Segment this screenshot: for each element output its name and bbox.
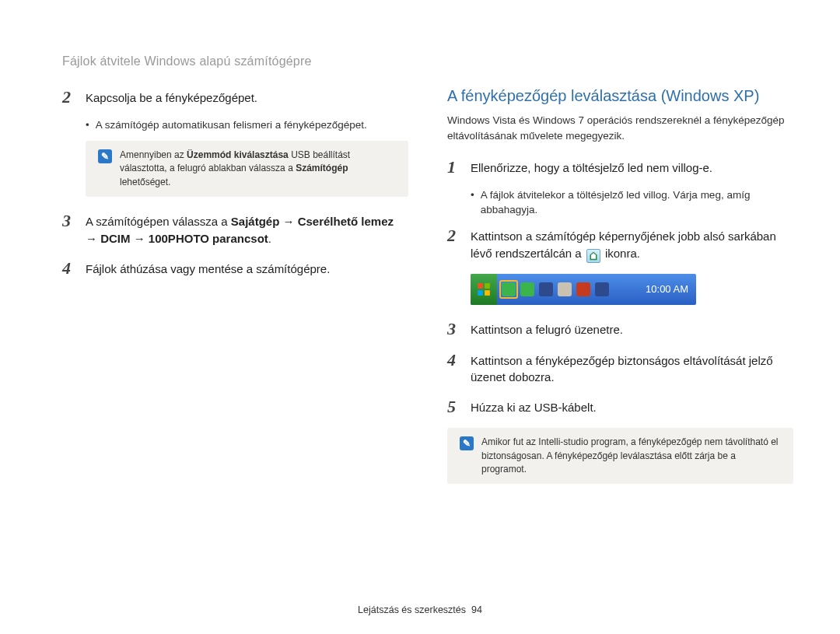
step-text: Kattintson a fényképezőgép biztonságos e…: [471, 350, 793, 387]
note-usb-mode: ✎ Amennyiben az Üzemmód kiválasztása USB…: [86, 141, 408, 197]
left-step-2: 2 Kapcsolja be a fényképezőgépet.: [62, 87, 408, 107]
svg-rect-3: [485, 290, 490, 296]
safely-remove-icon: [586, 249, 600, 263]
step-number: 4: [447, 350, 464, 387]
safely-remove-tray-icon: [502, 282, 516, 296]
content-columns: 2 Kapcsolja be a fényképezőgépet. A szám…: [62, 87, 793, 498]
tray-icon: [520, 282, 534, 296]
left-step2-bullet: A számítógép automatikusan felismeri a f…: [86, 118, 408, 133]
start-button: [471, 274, 497, 305]
info-icon: ✎: [98, 149, 112, 163]
section-heading: A fényképezőgép leválasztása (Windows XP…: [447, 87, 793, 105]
page-footer: Lejátszás és szerkesztés 94: [0, 604, 840, 615]
windows-taskbar-screenshot: 10:00 AM: [471, 274, 696, 305]
left-step-3: 3 A számítógépen válassza a Sajátgép → C…: [62, 211, 408, 247]
note-intelli-studio: ✎ Amikor fut az Intelli-studio program, …: [447, 428, 793, 484]
step-number: 2: [62, 87, 79, 107]
step-text: A számítógépen válassza a Sajátgép → Cse…: [86, 211, 408, 247]
step-text: Ellenőrizze, hogy a töltésjelző led nem …: [471, 157, 712, 177]
step-number: 3: [62, 211, 79, 247]
system-tray: [497, 274, 614, 305]
right-step-5: 5 Húzza ki az USB-kábelt.: [447, 397, 793, 417]
tray-icon: [595, 282, 609, 296]
step-number: 2: [447, 226, 464, 263]
step-number: 1: [447, 157, 464, 177]
note-text: Amennyiben az Üzemmód kiválasztása USB b…: [120, 149, 396, 189]
right-step1-bullet: A fájlok átvitelekor a töltésjelző led v…: [471, 188, 793, 218]
note-text: Amikor fut az Intelli-studio program, a …: [481, 436, 781, 476]
step-text: Húzza ki az USB-kábelt.: [471, 397, 597, 417]
info-icon: ✎: [460, 436, 474, 450]
step-number: 4: [62, 258, 79, 278]
tray-icon: [539, 282, 553, 296]
tray-icon: [576, 282, 590, 296]
right-column: A fényképezőgép leválasztása (Windows XP…: [447, 87, 793, 498]
right-step-2: 2 Kattintson a számítógép képernyőjének …: [447, 226, 793, 263]
step-number: 5: [447, 397, 464, 417]
section-subtext: Windows Vista és Windows 7 operációs ren…: [447, 113, 793, 143]
svg-rect-2: [478, 290, 483, 296]
left-column: 2 Kapcsolja be a fényképezőgépet. A szám…: [62, 87, 408, 498]
step-text: Kattintson a felugró üzenetre.: [471, 319, 623, 339]
right-step-1: 1 Ellenőrizze, hogy a töltésjelző led ne…: [447, 157, 793, 177]
svg-rect-1: [485, 283, 490, 289]
right-step-4: 4 Kattintson a fényképezőgép biztonságos…: [447, 350, 793, 387]
breadcrumb: Fájlok átvitele Windows alapú számítógép…: [62, 54, 793, 68]
step-number: 3: [447, 319, 464, 339]
svg-rect-0: [478, 283, 483, 289]
step-text: Fájlok áthúzása vagy mentése a számítógé…: [86, 258, 330, 278]
right-step-3: 3 Kattintson a felugró üzenetre.: [447, 319, 793, 339]
step-text: Kapcsolja be a fényképezőgépet.: [86, 87, 257, 107]
step-text: Kattintson a számítógép képernyőjének jo…: [471, 226, 793, 263]
left-step-4: 4 Fájlok áthúzása vagy mentése a számító…: [62, 258, 408, 278]
taskbar-clock: 10:00 AM: [646, 274, 696, 305]
tray-icon: [558, 282, 572, 296]
